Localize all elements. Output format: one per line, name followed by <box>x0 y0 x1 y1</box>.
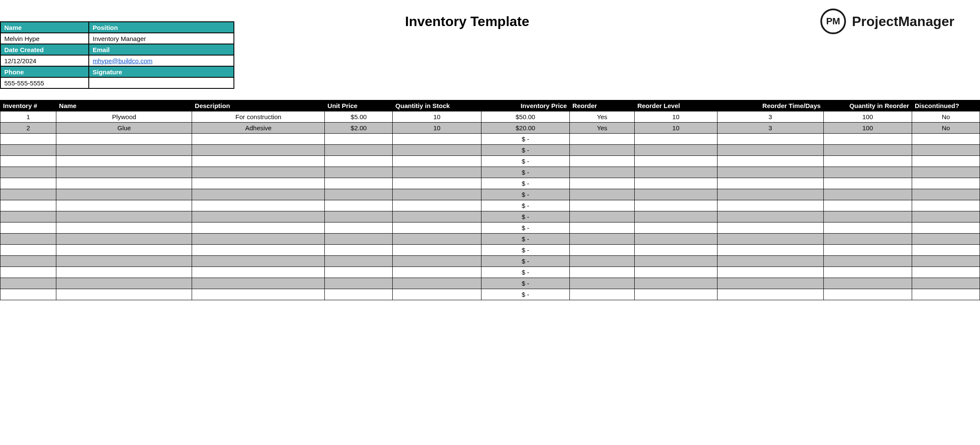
cell-reorder[interactable] <box>570 278 635 289</box>
cell-time[interactable] <box>717 134 823 145</box>
cell-name[interactable] <box>56 167 192 178</box>
cell-inv_price[interactable]: $ - <box>481 222 569 234</box>
cell-reorder[interactable] <box>570 167 635 178</box>
cell-unit[interactable] <box>325 145 393 156</box>
col-name[interactable]: Name <box>56 100 192 111</box>
cell-qty[interactable] <box>393 256 481 267</box>
cell-desc[interactable] <box>192 156 325 167</box>
cell-name[interactable] <box>56 134 192 145</box>
cell-time[interactable] <box>717 256 823 267</box>
cell-level[interactable] <box>635 200 718 211</box>
cell-level[interactable] <box>635 245 718 256</box>
cell-qty[interactable] <box>393 245 481 256</box>
cell-qre[interactable] <box>823 234 912 245</box>
cell-disc[interactable] <box>912 211 980 222</box>
cell-inv_num[interactable] <box>0 145 56 156</box>
cell-level[interactable] <box>635 156 718 167</box>
cell-qty[interactable] <box>393 156 481 167</box>
cell-disc[interactable]: No <box>912 123 980 134</box>
cell-unit[interactable] <box>325 178 393 189</box>
cell-time[interactable]: 3 <box>717 123 823 134</box>
cell-disc[interactable] <box>912 145 980 156</box>
cell-name[interactable] <box>56 256 192 267</box>
cell-inv_num[interactable] <box>0 278 56 289</box>
cell-qty[interactable] <box>393 267 481 278</box>
cell-qty[interactable] <box>393 145 481 156</box>
cell-time[interactable] <box>717 200 823 211</box>
cell-name[interactable] <box>56 245 192 256</box>
cell-name[interactable] <box>56 289 192 300</box>
cell-qre[interactable] <box>823 134 912 145</box>
cell-qty[interactable] <box>393 211 481 222</box>
col-description[interactable]: Description <box>192 100 325 111</box>
cell-name[interactable] <box>56 145 192 156</box>
cell-qre[interactable]: 100 <box>823 111 912 123</box>
col-qty-reorder[interactable]: Quantity in Reorder <box>823 100 912 111</box>
cell-level[interactable] <box>635 278 718 289</box>
cell-inv_price[interactable]: $ - <box>481 211 569 222</box>
cell-level[interactable]: 10 <box>635 111 718 123</box>
cell-inv_num[interactable] <box>0 156 56 167</box>
cell-inv_price[interactable]: $20.00 <box>481 123 569 134</box>
cell-desc[interactable] <box>192 200 325 211</box>
cell-inv_num[interactable] <box>0 245 56 256</box>
cell-qre[interactable]: 100 <box>823 123 912 134</box>
cell-unit[interactable]: $2.00 <box>325 123 393 134</box>
cell-time[interactable] <box>717 156 823 167</box>
cell-desc[interactable] <box>192 267 325 278</box>
cell-qty[interactable] <box>393 289 481 300</box>
cell-level[interactable] <box>635 267 718 278</box>
cell-reorder[interactable] <box>570 289 635 300</box>
cell-time[interactable] <box>717 167 823 178</box>
cell-reorder[interactable] <box>570 145 635 156</box>
cell-qty[interactable]: 10 <box>393 111 481 123</box>
cell-unit[interactable] <box>325 256 393 267</box>
cell-disc[interactable] <box>912 234 980 245</box>
cell-time[interactable] <box>717 289 823 300</box>
cell-desc[interactable]: Adhesive <box>192 123 325 134</box>
col-qty-stock[interactable]: Quantitiy in Stock <box>393 100 481 111</box>
cell-name[interactable] <box>56 178 192 189</box>
cell-inv_price[interactable]: $ - <box>481 267 569 278</box>
cell-inv_num[interactable] <box>0 256 56 267</box>
cell-name[interactable] <box>56 267 192 278</box>
cell-time[interactable] <box>717 267 823 278</box>
cell-disc[interactable] <box>912 289 980 300</box>
cell-desc[interactable] <box>192 145 325 156</box>
cell-desc[interactable] <box>192 178 325 189</box>
cell-qre[interactable] <box>823 245 912 256</box>
cell-disc[interactable] <box>912 267 980 278</box>
cell-qre[interactable] <box>823 145 912 156</box>
cell-qre[interactable] <box>823 278 912 289</box>
cell-time[interactable] <box>717 178 823 189</box>
cell-desc[interactable] <box>192 245 325 256</box>
cell-unit[interactable] <box>325 234 393 245</box>
cell-qre[interactable] <box>823 211 912 222</box>
cell-qre[interactable] <box>823 222 912 234</box>
cell-unit[interactable] <box>325 189 393 200</box>
cell-name[interactable]: Plywood <box>56 111 192 123</box>
cell-inv_num[interactable] <box>0 189 56 200</box>
cell-unit[interactable] <box>325 222 393 234</box>
cell-inv_price[interactable]: $50.00 <box>481 111 569 123</box>
value-name[interactable]: Melvin Hype <box>0 33 89 44</box>
cell-inv_num[interactable] <box>0 211 56 222</box>
cell-name[interactable] <box>56 189 192 200</box>
cell-level[interactable]: 10 <box>635 123 718 134</box>
cell-time[interactable] <box>717 234 823 245</box>
cell-reorder[interactable] <box>570 211 635 222</box>
cell-inv_price[interactable]: $ - <box>481 167 569 178</box>
cell-reorder[interactable] <box>570 134 635 145</box>
cell-disc[interactable] <box>912 134 980 145</box>
cell-desc[interactable] <box>192 211 325 222</box>
cell-inv_price[interactable]: $ - <box>481 200 569 211</box>
cell-inv_price[interactable]: $ - <box>481 234 569 245</box>
cell-desc[interactable] <box>192 234 325 245</box>
cell-unit[interactable] <box>325 267 393 278</box>
cell-qre[interactable] <box>823 256 912 267</box>
cell-reorder[interactable] <box>570 222 635 234</box>
cell-inv_num[interactable] <box>0 267 56 278</box>
cell-inv_num[interactable] <box>0 289 56 300</box>
cell-qre[interactable] <box>823 178 912 189</box>
value-position[interactable]: Inventory Manager <box>89 33 234 44</box>
